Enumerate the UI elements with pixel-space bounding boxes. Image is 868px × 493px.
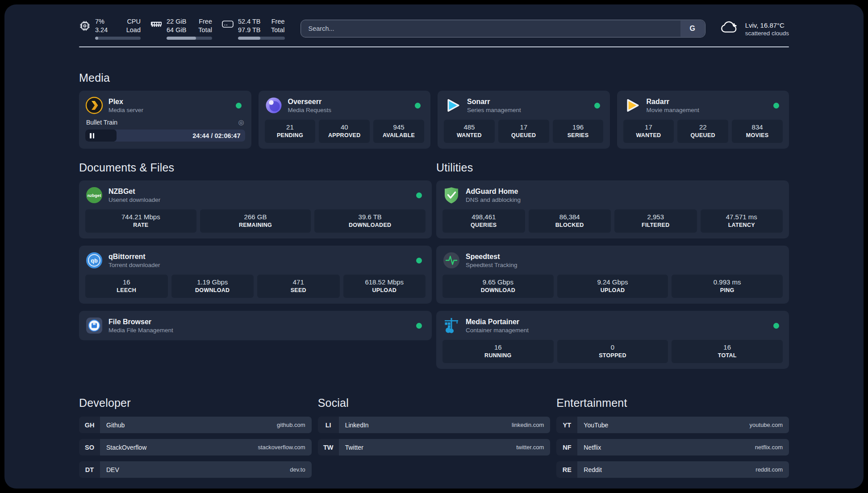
stat-box: 744.21 Mbps RATE (85, 209, 196, 233)
session-type-icon: ◎ (238, 118, 244, 126)
system-stats: 7% 3.24 CPU Load (79, 17, 285, 40)
stat-box: 618.52 Mbps UPLOAD (343, 275, 426, 298)
service-name: Overseerr (288, 97, 410, 106)
disk-total-value: 97.9 TB (238, 26, 261, 34)
qbittorrent-icon: qb (85, 251, 103, 269)
memory-free-value: 22 GiB (167, 17, 188, 26)
service-name: File Browser (108, 317, 411, 326)
cpu-icon (79, 17, 91, 33)
bookmark-name: Reddit (584, 466, 601, 473)
bookmark-name: Twitter (345, 444, 363, 451)
bookmark-url: netflix.com (755, 444, 783, 451)
stat-box: 17 QUEUED (498, 120, 549, 143)
bookmark-stackoverflow[interactable]: SO StackOverflow stackoverflow.com (79, 439, 312, 455)
plex-card[interactable]: Plex Media server Bullet Train ◎ 24:44 /… (79, 91, 251, 149)
memory-icon (150, 17, 162, 30)
memory-progress-bar (167, 37, 212, 40)
search-input[interactable] (301, 21, 680, 37)
stat-box: 16 LEECH (85, 275, 168, 298)
overseerr-card[interactable]: Overseerr Media Requests 21 PENDING 40 A… (259, 91, 431, 149)
memory-free-label: Free (197, 17, 212, 26)
bookmark-url: reddit.com (755, 466, 783, 473)
status-dot-online (236, 103, 242, 109)
memory-stat: 22 GiB 64 GiB Free Total (150, 17, 212, 40)
bookmark-abbr: YT (556, 417, 577, 433)
status-dot-online (773, 323, 779, 329)
bookmark-abbr: SO (79, 439, 100, 455)
bookmark-name: LinkedIn (345, 422, 369, 429)
section-title-documents: Documents & Files (79, 161, 432, 174)
section-title-social: Social (318, 397, 551, 409)
search-bar[interactable]: G (301, 20, 705, 37)
service-name: Radarr (647, 97, 768, 106)
service-subtitle: Speedtest Tracking (466, 261, 783, 269)
cpu-usage-label: CPU (125, 17, 141, 26)
bookmark-dev[interactable]: DT DEV dev.to (79, 461, 312, 478)
search-engine-button[interactable]: G (680, 21, 705, 37)
stat-box: 16 RUNNING (442, 340, 554, 363)
cpu-progress-bar (95, 37, 141, 40)
service-subtitle: Media File Management (108, 326, 411, 334)
bookmark-github[interactable]: GH Github github.com (79, 417, 312, 433)
service-subtitle: Media server (108, 106, 230, 114)
stat-box: 485 WANTED (444, 120, 495, 143)
bookmark-linkedin[interactable]: LI LinkedIn linkedin.com (318, 417, 551, 433)
radarr-icon (623, 96, 641, 114)
service-name: AdGuard Home (466, 187, 783, 196)
stat-box: 39.6 TB DOWNLOADED (314, 209, 426, 233)
stat-box: 498,461 QUERIES (442, 209, 525, 233)
qbittorrent-card[interactable]: qb qBittorrent Torrent downloader (79, 246, 432, 304)
header-divider (79, 46, 789, 47)
sonarr-icon (444, 96, 462, 114)
speedtest-card[interactable]: Speedtest Speedtest Tracking 9.65 Gbps D… (436, 246, 789, 304)
pause-icon (90, 133, 92, 138)
bookmark-abbr: NF (556, 439, 577, 455)
sonarr-card[interactable]: Sonarr Series management 485 WANTED 17 Q… (438, 91, 610, 149)
playback-progress-bar[interactable]: 24:44 / 02:06:47 (85, 130, 245, 142)
bookmark-netflix[interactable]: NF Netflix netflix.com (556, 439, 789, 455)
bookmark-youtube[interactable]: YT YouTube youtube.com (556, 417, 789, 433)
section-title-utilities: Utilities (436, 161, 789, 174)
stat-box: 9.65 Gbps DOWNLOAD (442, 275, 554, 298)
svg-text:nzbget: nzbget (88, 193, 101, 198)
memory-total-label: Total (197, 26, 212, 34)
weather-condition: scattered clouds (745, 30, 789, 37)
bookmark-abbr: DT (79, 461, 100, 478)
cloud-icon (719, 21, 739, 36)
nzbget-card[interactable]: nzbget NZBGet Usenet downloader 74 (79, 180, 432, 238)
bookmark-url: linkedin.com (512, 422, 544, 428)
service-name: Media Portainer (466, 317, 768, 326)
bookmark-reddit[interactable]: RE Reddit reddit.com (556, 461, 789, 478)
adguard-card[interactable]: AdGuard Home DNS and adblocking 498,461 … (436, 180, 789, 238)
stat-box: 0.993 ms PING (672, 275, 783, 298)
portainer-icon (442, 317, 460, 334)
svg-text:qb: qb (91, 258, 98, 264)
service-name: NZBGet (108, 187, 411, 196)
status-dot-online (773, 103, 779, 109)
now-playing-title: Bullet Train (86, 119, 117, 126)
bookmark-name: DEV (106, 466, 119, 473)
bookmark-abbr: TW (318, 439, 339, 455)
nzbget-icon: nzbget (85, 186, 103, 204)
cpu-stat: 7% 3.24 CPU Load (79, 17, 141, 40)
disk-free-value: 52.4 TB (238, 17, 261, 26)
filebrowser-card[interactable]: File Browser Media File Management (79, 311, 432, 340)
disk-icon (222, 17, 234, 30)
service-subtitle: DNS and adblocking (466, 196, 783, 204)
stat-box: 21 PENDING (265, 120, 316, 143)
radarr-card[interactable]: Radarr Movie management 17 WANTED 22 QUE… (617, 91, 789, 149)
section-title-developer: Developer (79, 397, 312, 409)
stat-box: 1.19 Gbps DOWNLOAD (171, 275, 254, 298)
stat-box: 2,953 FILTERED (614, 209, 697, 233)
disk-stat: 52.4 TB 97.9 TB Free Total (222, 17, 285, 40)
bookmark-name: Netflix (584, 444, 601, 451)
stat-box: 22 QUEUED (677, 120, 728, 143)
stat-box: 266 GB REMAINING (200, 209, 311, 233)
portainer-card[interactable]: Media Portainer Container management 16 … (436, 311, 789, 369)
bookmark-twitter[interactable]: TW Twitter twitter.com (318, 439, 551, 455)
service-subtitle: Usenet downloader (108, 196, 411, 204)
service-name: qBittorrent (108, 252, 411, 261)
filebrowser-icon (85, 317, 103, 334)
bookmark-url: youtube.com (750, 422, 783, 428)
service-subtitle: Torrent downloader (108, 261, 411, 269)
